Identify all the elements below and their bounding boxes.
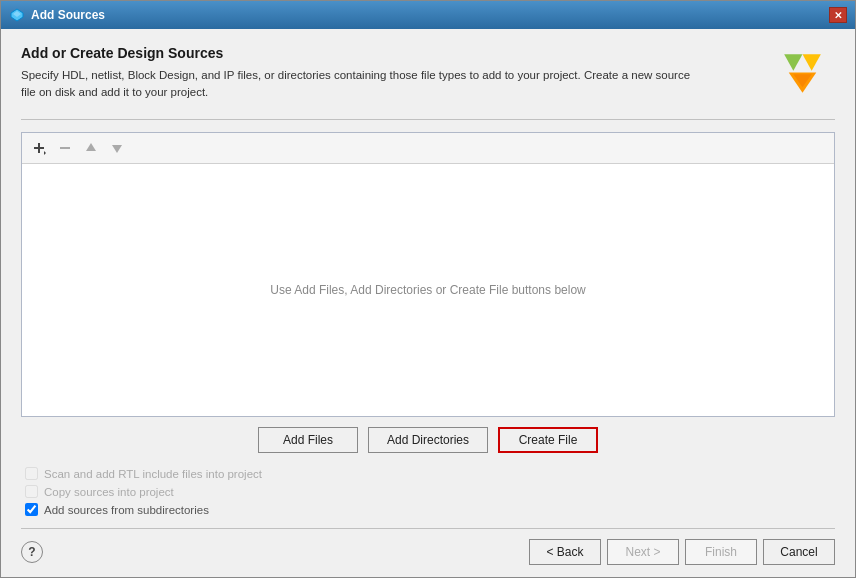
copy-sources-option[interactable]: Copy sources into project [25,485,835,498]
help-button[interactable]: ? [21,541,43,563]
arrow-up-icon [84,141,98,155]
move-down-toolbar-button[interactable] [106,137,128,159]
scan-rtl-option[interactable]: Scan and add RTL include files into proj… [25,467,835,480]
header-text: Add or Create Design Sources Specify HDL… [21,45,763,102]
add-file-toolbar-button[interactable] [28,137,50,159]
empty-hint: Use Add Files, Add Directories or Create… [270,283,585,297]
action-buttons: Add Files Add Directories Create File [21,427,835,453]
svg-marker-3 [803,54,821,70]
logo-area [775,45,835,105]
move-up-toolbar-button[interactable] [80,137,102,159]
create-file-button[interactable]: Create File [498,427,598,453]
file-list-body: Use Add Files, Add Directories or Create… [22,164,834,416]
file-list-container: Use Add Files, Add Directories or Create… [21,132,835,417]
svg-marker-11 [112,145,122,153]
add-icon [31,140,47,156]
titlebar: Add Sources ✕ [1,1,855,29]
add-subdirs-option[interactable]: Add sources from subdirectories [25,503,835,516]
copy-sources-label: Copy sources into project [44,486,174,498]
next-button[interactable]: Next > [607,539,679,565]
back-button[interactable]: < Back [529,539,601,565]
arrow-down-icon [110,141,124,155]
page-title: Add or Create Design Sources [21,45,763,61]
close-button[interactable]: ✕ [829,7,847,23]
svg-marker-2 [784,54,802,70]
cancel-button[interactable]: Cancel [763,539,835,565]
window-title: Add Sources [31,8,105,22]
header-section: Add or Create Design Sources Specify HDL… [21,45,835,105]
nav-buttons: < Back Next > Finish Cancel [529,539,835,565]
bottom-left: ? [21,541,43,563]
main-window: Add Sources ✕ Add or Create Design Sourc… [0,0,856,578]
options-section: Scan and add RTL include files into proj… [21,467,835,516]
titlebar-left: Add Sources [9,7,105,23]
scan-rtl-label: Scan and add RTL include files into proj… [44,468,262,480]
page-description: Specify HDL, netlist, Block Design, and … [21,67,701,102]
add-directories-button[interactable]: Add Directories [368,427,488,453]
minus-icon [58,141,72,155]
brand-logo [775,45,830,100]
content-area: Add or Create Design Sources Specify HDL… [1,29,855,577]
scan-rtl-checkbox[interactable] [25,467,38,480]
copy-sources-checkbox[interactable] [25,485,38,498]
file-toolbar [22,133,834,164]
add-subdirs-label: Add sources from subdirectories [44,504,209,516]
titlebar-controls: ✕ [829,7,847,23]
add-subdirs-checkbox[interactable] [25,503,38,516]
svg-marker-10 [86,143,96,151]
header-divider [21,119,835,120]
bottom-bar: ? < Back Next > Finish Cancel [21,528,835,565]
svg-marker-8 [44,151,46,155]
app-icon [9,7,25,23]
finish-button[interactable]: Finish [685,539,757,565]
remove-file-toolbar-button[interactable] [54,137,76,159]
add-files-button[interactable]: Add Files [258,427,358,453]
